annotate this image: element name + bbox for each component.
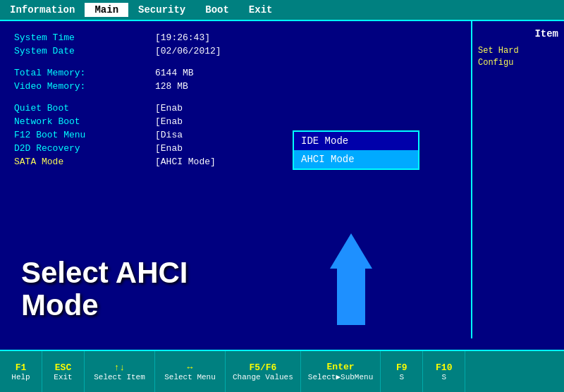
quiet-boot-label: Quiet Boot — [14, 103, 155, 114]
right-panel: Item Set HardConfigu — [472, 21, 564, 338]
status-esc-key: ESC — [55, 362, 71, 373]
arrow-head — [330, 233, 372, 269]
sata-mode-label: SATA Mode — [14, 157, 155, 167]
total-memory-label: Total Memory: — [14, 68, 155, 78]
status-lr-desc: Select Menu — [164, 373, 216, 381]
system-date-label: System Date — [14, 46, 155, 56]
status-arrows: ↑↓ Select Item — [85, 351, 155, 392]
status-f1-desc: Help — [11, 373, 30, 381]
right-panel-title: Item — [478, 28, 558, 39]
annotation-text: Select AHCIMode — [21, 257, 188, 321]
status-f9: F9 S — [381, 351, 423, 392]
status-arrows-key: ↑↓ — [114, 362, 125, 373]
status-lr-key: ↔ — [188, 362, 193, 373]
right-panel-text: Set HardConfigu — [478, 45, 558, 69]
status-f10-key: F10 — [436, 362, 452, 373]
system-date-row: System Date [02/06/2012] — [14, 46, 457, 56]
d2d-recovery-value[interactable]: [Enab — [155, 143, 183, 154]
network-boot-label: Network Boot — [14, 116, 155, 127]
status-f5f6-key: F5/F6 — [249, 362, 276, 373]
dropdown-ahci-mode[interactable]: AHCI Mode — [294, 150, 418, 169]
arrow-up — [330, 233, 372, 325]
status-arrows-desc: Select Item — [94, 373, 145, 381]
video-memory-value: 128 MB — [155, 81, 188, 92]
status-f5f6: F5/F6 Change Values — [226, 351, 301, 392]
menu-boot[interactable]: Boot — [195, 3, 239, 17]
dropdown-ide-mode[interactable]: IDE Mode — [294, 132, 418, 150]
quiet-boot-value[interactable]: [Enab — [155, 103, 183, 114]
f12-boot-label: F12 Boot Menu — [14, 130, 155, 140]
status-f9-desc: S — [399, 373, 404, 381]
network-boot-value[interactable]: [Enab — [155, 116, 183, 127]
sata-mode-value[interactable]: [AHCI Mode] — [155, 157, 216, 167]
menu-main[interactable]: Main — [85, 3, 128, 17]
network-boot-row: Network Boot [Enab — [14, 116, 457, 127]
status-enter-desc: Select▶SubMenu — [308, 372, 373, 381]
system-time-label: System Time — [14, 32, 155, 43]
status-f5f6-desc: Change Values — [233, 373, 293, 381]
video-memory-label: Video Memory: — [14, 81, 155, 92]
status-bar: F1 Help ESC Exit ↑↓ Select Item ↔ Select… — [0, 350, 564, 392]
video-memory-row: Video Memory: 128 MB — [14, 81, 457, 92]
status-f10-desc: S — [441, 373, 446, 381]
status-f1-key: F1 — [16, 362, 27, 373]
system-date-value[interactable]: [02/06/2012] — [155, 46, 221, 56]
f12-boot-value[interactable]: [Disa — [155, 130, 183, 140]
system-time-row: System Time [19:26:43] — [14, 32, 457, 43]
menu-exit[interactable]: Exit — [239, 3, 283, 17]
menu-bar: Information Main Security Boot Exit — [0, 0, 564, 21]
status-esc: ESC Exit — [42, 351, 85, 392]
total-memory-row: Total Memory: 6144 MB — [14, 68, 457, 78]
total-memory-value: 6144 MB — [155, 68, 194, 78]
status-enter-key: Enter — [327, 362, 355, 372]
d2d-recovery-label: D2D Recovery — [14, 143, 155, 154]
status-lr-arrows: ↔ Select Menu — [155, 351, 226, 392]
gap2 — [14, 94, 457, 103]
menu-information[interactable]: Information — [0, 3, 85, 17]
gap1 — [14, 59, 457, 68]
dropdown-popup[interactable]: IDE Mode AHCI Mode — [293, 130, 419, 170]
system-time-value[interactable]: [19:26:43] — [155, 32, 210, 43]
status-enter: Enter Select▶SubMenu — [301, 351, 381, 392]
status-f10: F10 S — [423, 351, 465, 392]
arrow-shaft — [337, 269, 365, 325]
status-f9-key: F9 — [396, 362, 407, 373]
menu-security[interactable]: Security — [128, 3, 195, 17]
quiet-boot-row: Quiet Boot [Enab — [14, 103, 457, 114]
status-esc-desc: Exit — [54, 373, 72, 381]
status-f1: F1 Help — [0, 351, 42, 392]
